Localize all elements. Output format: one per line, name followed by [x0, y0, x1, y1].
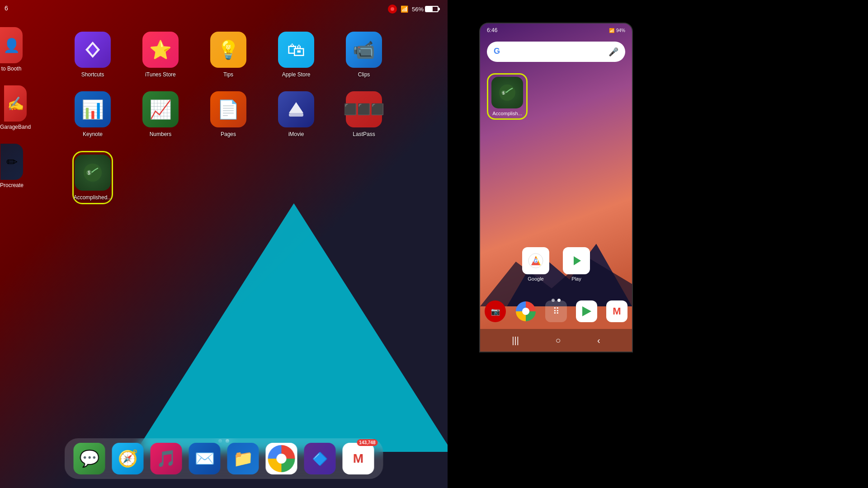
dock-gmail-android[interactable]: M	[606, 300, 627, 322]
nav-recents[interactable]: |||	[512, 335, 519, 346]
app-row-3: $ Accomplished...	[72, 151, 411, 204]
gmail-icon: M	[353, 451, 363, 466]
android-battery: 94%	[616, 28, 625, 33]
google-app-label: Google	[528, 276, 543, 282]
dock-music[interactable]: 🎵	[151, 443, 182, 474]
app-numbers[interactable]: 📈 Numbers	[140, 91, 181, 137]
pages-icon: 📄	[210, 91, 246, 127]
keynote-icon: 📊	[75, 91, 111, 127]
app-grid: Shortcuts ⭐ iTunes Store 💡 Tips 🛍 Apple …	[0, 23, 448, 227]
app-itunes[interactable]: ⭐ iTunes Store	[140, 32, 181, 78]
app-dock: 💬 🧭 🎵 ✉️ 📁 🔷 M 143,748	[65, 438, 383, 479]
accomplished-label: Accomplished...	[74, 194, 112, 201]
android-status-bar: 6:46 📶 94%	[480, 23, 632, 37]
android-accomplished-icon: $	[491, 77, 523, 108]
battery-status: 56%	[412, 6, 439, 13]
accomplished-icon: $	[75, 155, 111, 191]
ipad-time: 6	[5, 5, 8, 12]
svg-marker-2	[289, 102, 303, 113]
android-google-app[interactable]: G Google	[522, 247, 549, 282]
android-dock: 📷 ⠿ M	[480, 296, 632, 327]
app-pages[interactable]: 📄 Pages	[208, 91, 249, 137]
android-play-app[interactable]: Play	[563, 247, 590, 282]
android-search-bar[interactable]: G 🎤	[487, 42, 625, 62]
imovie-label: iMovie	[288, 131, 304, 137]
android-status-icons: 📶 94%	[609, 28, 625, 33]
app-keynote[interactable]: 📊 Keynote	[72, 91, 113, 137]
app-row-2: 📊 Keynote 📈 Numbers 📄 Pages iMovie ⬛⬛⬛ L…	[72, 91, 411, 137]
background-triangle	[136, 203, 448, 452]
gmail-badge: 143,748	[357, 439, 377, 446]
google-g-logo: G	[494, 47, 505, 57]
app-accomplished[interactable]: $ Accomplished...	[72, 151, 113, 204]
android-bottom-apps: G Google Play	[480, 247, 632, 288]
dock-play-store[interactable]	[576, 300, 597, 322]
dock-apps-grid[interactable]: ⠿	[545, 300, 566, 322]
clips-label: Clips	[358, 71, 370, 78]
dock-files[interactable]: 📁	[227, 443, 259, 474]
lastpass-icon: ⬛⬛⬛	[346, 91, 382, 127]
chrome-center	[277, 454, 287, 464]
chrome-center-android	[522, 308, 529, 315]
shortcuts-icon	[75, 32, 111, 68]
app-lastpass[interactable]: ⬛⬛⬛ LastPass	[344, 91, 384, 137]
app-apple-store[interactable]: 🛍 Apple Store	[276, 32, 316, 78]
battery-fill	[426, 7, 433, 11]
android-screen: 6:46 📶 94% G 🎤 $ Accomplish...	[479, 23, 633, 352]
dock-teams[interactable]: 🔷	[304, 443, 336, 474]
svg-marker-17	[582, 306, 591, 316]
svg-rect-3	[289, 113, 303, 117]
apple-store-label: Apple Store	[282, 71, 311, 78]
ipad-screen: 6 📶 56% 👤 to Booth ✍ GarageBand ✏	[0, 0, 448, 488]
dock-safari[interactable]: 🧭	[112, 443, 144, 474]
android-accomplished-app[interactable]: $ Accomplish...	[487, 73, 528, 120]
play-app-label: Play	[571, 276, 581, 282]
apple-store-icon: 🛍	[278, 32, 314, 68]
itunes-label: iTunes Store	[145, 71, 176, 78]
app-tips[interactable]: 💡 Tips	[208, 32, 249, 78]
dock-camera-icon[interactable]: 📷	[485, 300, 506, 322]
pages-label: Pages	[221, 131, 236, 137]
shortcuts-label: Shortcuts	[81, 71, 104, 78]
android-app-row-bottom: G Google Play	[489, 247, 623, 282]
android-accomplished-label: Accomplish...	[492, 111, 522, 116]
svg-text:G: G	[534, 258, 538, 263]
android-signal-icons: 📶	[609, 28, 614, 33]
dock-chrome-android[interactable]	[515, 300, 536, 322]
app-row-1: Shortcuts ⭐ iTunes Store 💡 Tips 🛍 Apple …	[72, 32, 411, 78]
chrome-android-icon	[516, 301, 536, 321]
chrome-icon	[268, 445, 295, 472]
tips-icon: 💡	[210, 32, 246, 68]
dock-messages[interactable]: 💬	[74, 443, 105, 474]
record-indicator	[388, 5, 397, 14]
app-imovie[interactable]: iMovie	[276, 91, 316, 137]
imovie-icon	[278, 91, 314, 127]
android-time: 6:46	[487, 27, 497, 33]
ipad-status-bar: 6 📶 56%	[0, 0, 448, 18]
dock-gmail[interactable]: M 143,748	[343, 443, 374, 474]
nav-home[interactable]: ○	[555, 335, 561, 346]
play-app-icon	[563, 247, 590, 274]
svg-text:$: $	[88, 170, 90, 175]
mic-icon[interactable]: 🎤	[609, 47, 618, 57]
battery-bar	[425, 6, 439, 12]
keynote-label: Keynote	[83, 131, 103, 137]
nav-back[interactable]: ‹	[597, 335, 600, 346]
dock-chrome[interactable]	[266, 443, 297, 474]
wifi-icon: 📶	[401, 5, 408, 13]
clips-icon: 📹	[346, 32, 382, 68]
tips-label: Tips	[223, 71, 233, 78]
app-shortcuts[interactable]: Shortcuts	[72, 32, 113, 78]
svg-text:$: $	[502, 91, 505, 95]
app-clips[interactable]: 📹 Clips	[344, 32, 384, 78]
lastpass-label: LastPass	[353, 131, 375, 137]
google-app-icon: G	[522, 247, 549, 274]
numbers-label: Numbers	[150, 131, 172, 137]
android-nav-bar: ||| ○ ‹	[480, 329, 632, 352]
itunes-icon: ⭐	[142, 32, 179, 68]
dock-mail[interactable]: ✉️	[189, 443, 221, 474]
numbers-icon: 📈	[142, 91, 179, 127]
